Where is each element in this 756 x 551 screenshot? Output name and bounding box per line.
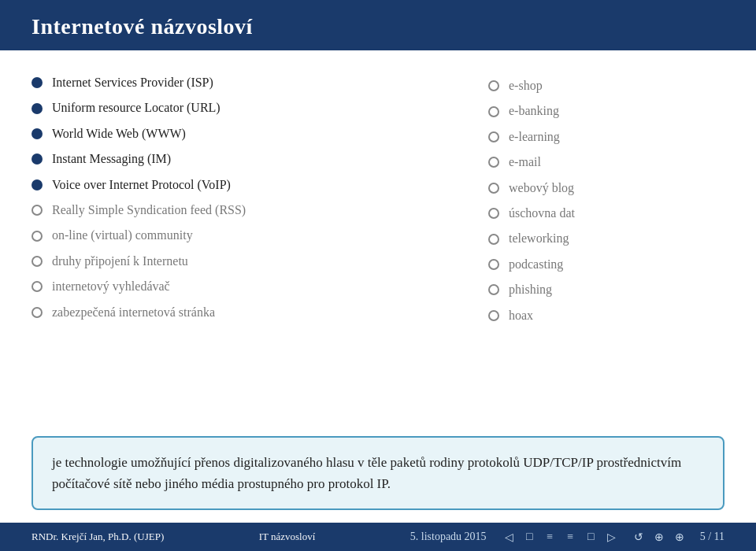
bullet-right-elearning <box>488 131 499 142</box>
left-item-rss: Really Simple Syndication feed (RSS) <box>32 202 488 219</box>
text-im: Instant Messaging (IM) <box>52 150 171 168</box>
right-item-teleworking: teleworking <box>488 230 724 247</box>
text-www: World Wide Web (WWW) <box>52 125 186 142</box>
text-isp: Internet Services Provider (ISP) <box>52 74 213 91</box>
bullet-voip <box>32 179 43 190</box>
left-item-druhy: druhy připojení k Internetu <box>32 253 488 270</box>
tooltip-text: je technologie umožňující přenos digital… <box>52 455 681 491</box>
nav-next-arrow[interactable]: ▷ <box>603 529 619 545</box>
slide-header: Internetové názvosloví <box>0 0 756 50</box>
bullet-rss <box>32 205 43 216</box>
right-item-email: e-mail <box>488 153 724 171</box>
bullet-right-uschovna <box>488 208 499 219</box>
nav-next2-arrow[interactable]: ≡ <box>562 529 578 545</box>
bullet-druhy <box>32 256 43 267</box>
left-column: Internet Services Provider (ISP)Uniform … <box>32 74 488 428</box>
text-right-eshop: e-shop <box>509 77 543 94</box>
text-stranka: zabezpečená internetová stránka <box>52 304 215 321</box>
footer-page: 5 / 11 <box>700 531 724 543</box>
bullet-right-podcasting <box>488 259 499 270</box>
text-vyhledavac: internetový vyhledávač <box>52 278 170 295</box>
text-rss: Really Simple Syndication feed (RSS) <box>52 202 246 219</box>
tooltip-box: je technologie umožňující přenos digital… <box>32 436 724 510</box>
nav-prev-arrow[interactable]: ◁ <box>501 529 517 545</box>
text-right-uschovna: úschovna dat <box>509 205 575 222</box>
text-right-blog: webový blog <box>509 179 574 197</box>
bullet-right-eshop <box>488 80 499 91</box>
right-item-blog: webový blog <box>488 179 724 197</box>
footer-left: RNDr. Krejčí Jan, Ph.D. (UJEP) <box>32 531 164 543</box>
bullet-right-teleworking <box>488 234 499 245</box>
right-item-hoax: hoax <box>488 307 724 324</box>
text-right-phishing: phishing <box>509 281 552 298</box>
right-item-podcasting: podcasting <box>488 256 724 273</box>
text-right-hoax: hoax <box>509 307 533 324</box>
bullet-www <box>32 128 43 139</box>
bullet-right-ebanking <box>488 106 499 117</box>
left-item-im: Instant Messaging (IM) <box>32 150 488 168</box>
nav-undo-arrow[interactable]: ↺ <box>631 529 647 545</box>
nav-search1[interactable]: ⊕ <box>651 529 667 545</box>
right-item-elearning: e-learning <box>488 128 724 146</box>
left-item-stranka: zabezpečená internetová stránka <box>32 304 488 321</box>
text-right-elearning: e-learning <box>509 128 560 146</box>
bullet-right-phishing <box>488 284 499 295</box>
left-item-www: World Wide Web (WWW) <box>32 125 488 142</box>
main-content: Internet Services Provider (ISP)Uniform … <box>0 50 756 436</box>
right-column: e-shope-bankinge-learninge-mailwebový bl… <box>488 74 724 428</box>
text-voip: Voice over Internet Protocol (VoIP) <box>52 176 231 194</box>
left-item-voip: Voice over Internet Protocol (VoIP) <box>32 176 488 194</box>
footer-navigation: 5. listopadu 2015 ◁ □ ≡ ≡ □ ▷ ↺ ⊕ ⊕ 5 / … <box>410 529 724 545</box>
text-right-email: e-mail <box>509 153 541 171</box>
right-item-uschovna: úschovna dat <box>488 205 724 222</box>
footer-center: IT názvosloví <box>259 531 316 543</box>
text-right-podcasting: podcasting <box>509 256 563 273</box>
nav-search2[interactable]: ⊕ <box>672 529 687 545</box>
bullet-right-hoax <box>488 310 499 321</box>
right-item-phishing: phishing <box>488 281 724 298</box>
bullet-stranka <box>32 307 43 318</box>
bullet-url <box>32 103 43 114</box>
text-right-ebanking: e-banking <box>509 102 559 120</box>
bullet-im <box>32 153 43 165</box>
slide-title: Internetové názvosloví <box>32 14 253 39</box>
bullet-vyhledavac <box>32 281 43 292</box>
right-item-eshop: e-shop <box>488 77 724 94</box>
bullet-isp <box>32 77 43 88</box>
bullet-right-email <box>488 157 499 168</box>
bullet-right-blog <box>488 183 499 194</box>
footer-date: 5. listopadu 2015 <box>410 531 487 543</box>
text-url: Uniform resource Locator (URL) <box>52 99 220 116</box>
text-community: on-line (virtual) community <box>52 227 193 244</box>
nav-last-arrow[interactable]: □ <box>583 529 598 545</box>
bullet-community <box>32 231 43 242</box>
nav-prev2-arrow[interactable]: ≡ <box>542 529 558 545</box>
left-item-vyhledavac: internetový vyhledávač <box>32 278 488 295</box>
nav-first-arrow[interactable]: □ <box>521 529 537 545</box>
left-item-url: Uniform resource Locator (URL) <box>32 99 488 116</box>
footer-bar: RNDr. Krejčí Jan, Ph.D. (UJEP) IT názvos… <box>0 523 756 551</box>
text-druhy: druhy připojení k Internetu <box>52 253 188 270</box>
left-item-isp: Internet Services Provider (ISP) <box>32 74 488 91</box>
left-item-community: on-line (virtual) community <box>32 227 488 244</box>
right-item-ebanking: e-banking <box>488 102 724 120</box>
text-right-teleworking: teleworking <box>509 230 569 247</box>
